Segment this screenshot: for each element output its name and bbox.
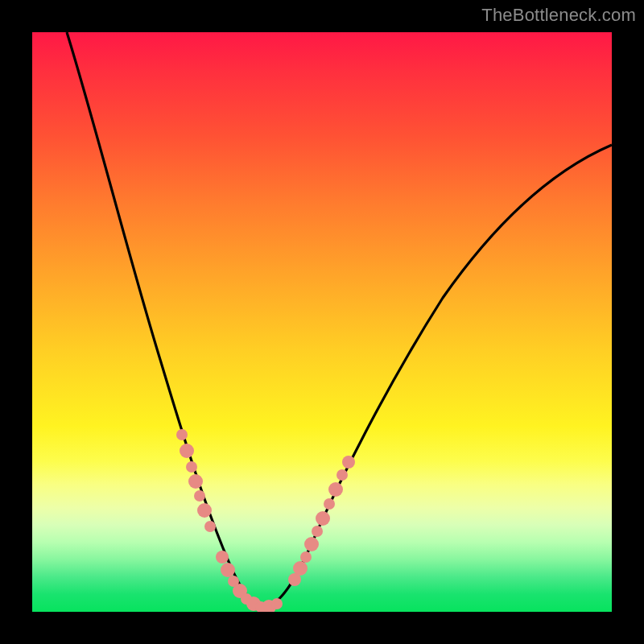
bottleneck-curve <box>67 32 612 607</box>
svg-point-2 <box>186 461 197 473</box>
plot-area <box>32 32 612 612</box>
svg-point-8 <box>221 563 235 577</box>
svg-point-19 <box>304 537 319 551</box>
svg-point-22 <box>324 498 335 510</box>
svg-point-1 <box>180 444 194 458</box>
svg-point-6 <box>204 521 216 532</box>
svg-point-5 <box>197 503 212 518</box>
svg-point-15 <box>271 598 283 609</box>
svg-point-17 <box>293 561 308 576</box>
svg-point-0 <box>176 429 188 440</box>
svg-point-4 <box>194 490 205 502</box>
chart-container: TheBottleneck.com <box>0 0 644 644</box>
highlight-dots <box>176 429 355 612</box>
svg-point-25 <box>342 456 355 469</box>
svg-point-24 <box>336 469 348 481</box>
svg-point-3 <box>188 474 203 489</box>
watermark-text: TheBottleneck.com <box>481 5 636 26</box>
svg-point-20 <box>312 526 323 537</box>
svg-point-18 <box>300 551 312 563</box>
svg-point-21 <box>316 511 330 526</box>
svg-point-23 <box>328 482 343 497</box>
curve-layer <box>32 32 612 612</box>
svg-point-7 <box>216 551 229 564</box>
